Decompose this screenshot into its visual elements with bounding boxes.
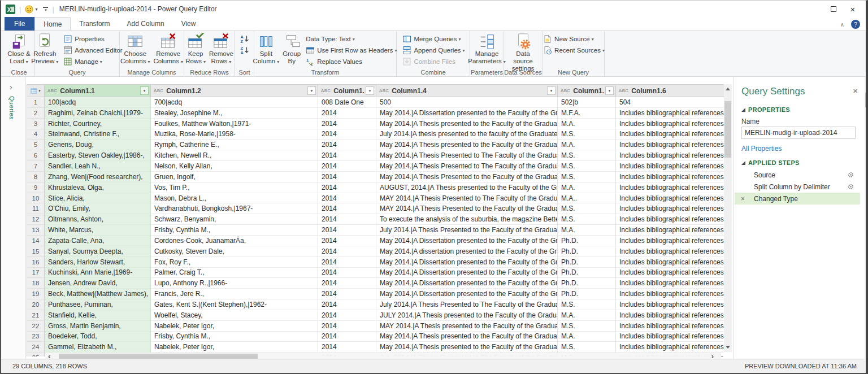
column-header[interactable]: ABCColumn1.4▾ (376, 85, 558, 97)
table-cell[interactable]: Raghimi, Zeinab Chaichi,|1979- (45, 108, 151, 119)
table-cell[interactable]: Vos, Tim P., (151, 182, 318, 193)
vertical-scroll-thumb[interactable] (724, 101, 731, 158)
row-number[interactable]: 8 (27, 172, 45, 182)
table-cell[interactable]: May 2014.|A Dissertation presented to th… (376, 257, 558, 268)
row-number[interactable]: 15 (27, 246, 45, 257)
table-cell[interactable]: Nabelek, Peter Igor, (151, 321, 318, 332)
table-cell[interactable]: 2014 (318, 108, 376, 119)
table-cell[interactable]: Foulkes, Matthew Walton,|1971- (151, 119, 318, 129)
table-cell[interactable]: Includes bibliographical references (pag… (616, 214, 724, 225)
table-cell[interactable]: Includes bibliographical references (pag… (616, 257, 724, 268)
row-number[interactable]: 19 (27, 289, 45, 299)
row-number[interactable]: 12 (27, 214, 45, 225)
table-cell[interactable]: Ph.D. (558, 257, 616, 268)
row-number[interactable]: 24 (27, 342, 45, 353)
table-cell[interactable]: Oltmanns, Ashton, (45, 214, 151, 225)
table-cell[interactable]: Jensen, Andrew David, (45, 278, 151, 289)
table-cell[interactable]: Frisby, Cynthia M., (151, 332, 318, 342)
table-cell[interactable]: Lupo, Anthony R.,|1966- (151, 278, 318, 289)
table-cell[interactable]: Woelfel, Stacey, (151, 310, 318, 321)
table-cell[interactable]: 2014 (318, 182, 376, 193)
filter-icon[interactable]: ▾ (366, 86, 374, 95)
table-cell[interactable]: 2014 (318, 150, 376, 161)
table-cell[interactable]: Ph.D. (558, 289, 616, 299)
table-cell[interactable]: 504 (616, 97, 724, 108)
table-cell[interactable]: May 2014.|A Dissertation presented to th… (376, 236, 558, 246)
table-cell[interactable]: AUGUST, 2014.|A Thesis presented to the … (376, 182, 558, 193)
table-cell[interactable]: M.A. (558, 332, 616, 342)
table-cell[interactable]: Ph.D. (558, 246, 616, 257)
table-cell[interactable]: 2014 (318, 172, 376, 182)
table-cell[interactable]: Gross, Martin Benjamin, (45, 321, 151, 332)
table-cell[interactable]: Zhang, Wen|(Food researcher), (45, 172, 151, 182)
table-cell[interactable]: 502|b (558, 97, 616, 108)
table-cell[interactable]: July 2014.|A Thesis Presented to The Fac… (376, 299, 558, 310)
split-column-button[interactable]: Split Column▾ (251, 32, 281, 66)
table-cell[interactable]: Beck, Matthew|(Matthew James), (45, 289, 151, 299)
applied-steps-section-header[interactable]: APPLIED STEPS (741, 159, 800, 166)
table-cell[interactable]: Includes bibliographical references (pag… (616, 342, 724, 353)
properties-button[interactable]: Properties (61, 33, 124, 45)
applied-step[interactable]: Source (735, 169, 860, 181)
step-settings-icon[interactable] (847, 171, 854, 179)
table-cell[interactable]: M.A. (558, 225, 616, 236)
table-cell[interactable]: 2014 (318, 225, 376, 236)
column-header[interactable]: ABCColumn1.2▾ (151, 85, 318, 97)
table-cell[interactable]: Includes bibliographical references (pag… (616, 182, 724, 193)
table-cell[interactable]: 500 (376, 97, 558, 108)
table-cell[interactable]: Includes bibliographical references (pag… (616, 268, 724, 279)
table-cell[interactable]: Ph.D. (558, 278, 616, 289)
table-cell[interactable]: Stanfield, Kellie, (45, 310, 151, 321)
table-cell[interactable]: M.S. (558, 172, 616, 182)
close-panel-icon[interactable]: × (853, 86, 858, 95)
properties-section-header[interactable]: PROPERTIES (741, 106, 790, 113)
table-cell[interactable]: MAY 2014.|A Thesis Presented to The Facu… (376, 193, 558, 204)
table-cell[interactable]: Includes bibliographical references (pag… (616, 278, 724, 289)
table-cell[interactable]: Genens, Doug, (45, 140, 151, 150)
remove-columns-button[interactable]: Remove Columns▾ (152, 32, 185, 66)
filter-icon[interactable]: ▾ (547, 86, 555, 95)
tab-add-column[interactable]: Add Column (119, 17, 173, 31)
row-number[interactable]: 25 (27, 353, 45, 356)
smiley-dropdown-caret-icon[interactable]: ▾ (35, 7, 37, 12)
row-number[interactable]: 1 (27, 97, 45, 108)
table-cell[interactable]: Includes bibliographical references (pag… (616, 299, 724, 310)
table-cell[interactable]: 2014 (318, 278, 376, 289)
sort-descending-button[interactable] (238, 45, 251, 55)
row-number[interactable]: 13 (27, 225, 45, 236)
table-cell[interactable]: Zapata-Calle, Ana, (45, 236, 151, 246)
table-cell[interactable]: Gammel, Elizabeth M., (45, 342, 151, 353)
table-cell[interactable]: Mason, Debra L., (151, 193, 318, 204)
table-cell[interactable]: M.S. (558, 321, 616, 332)
merge-queries-button[interactable]: Merge Queries▾ (400, 33, 467, 45)
table-cell[interactable]: 2014 (318, 236, 376, 246)
table-cell[interactable]: M.A. (558, 119, 616, 129)
select-all-corner[interactable]: ▾ (27, 85, 45, 97)
table-cell[interactable]: M.S. (558, 299, 616, 310)
row-number[interactable]: 20 (27, 299, 45, 310)
manage-parameters-button[interactable]: Manage Parameters▾ (468, 32, 506, 66)
remove-rows-button[interactable]: Remove Rows▾ (207, 32, 235, 66)
table-cell[interactable]: 2014 (318, 342, 376, 353)
table-cell[interactable]: Frisby, Cynthia M., (151, 225, 318, 236)
table-cell[interactable]: M.S. (558, 161, 616, 172)
table-cell[interactable]: M.A. (558, 140, 616, 150)
table-cell[interactable]: M.A. (558, 182, 616, 193)
table-cell[interactable]: 2014 (318, 203, 376, 214)
panel-scroll-thumb[interactable] (865, 93, 868, 107)
column-header[interactable]: ABCColumn1.6 (616, 85, 724, 97)
table-cell[interactable]: M.S. (558, 203, 616, 214)
scroll-down-icon[interactable] (726, 346, 730, 349)
row-number[interactable]: 21 (27, 310, 45, 321)
table-cell[interactable]: Includes bibliographical references (pag… (616, 203, 724, 214)
table-cell[interactable]: May 2014.|A dissertation presented to th… (376, 246, 558, 257)
table-cell[interactable]: JULY 2014.|A Thesis presented to the Fac… (376, 310, 558, 321)
table-cell[interactable]: Includes bibliographical references (pag… (616, 140, 724, 150)
table-cell[interactable]: M.A.. (558, 193, 616, 204)
row-number[interactable]: 7 (27, 161, 45, 172)
table-cell[interactable]: Sanders, Harlow Stewart, (45, 257, 151, 268)
table-cell[interactable]: Stealey, Josephine M., (151, 108, 318, 119)
all-properties-link[interactable]: All Properties (741, 145, 782, 153)
table-cell[interactable]: 2014 (318, 268, 376, 279)
scroll-up-icon[interactable] (726, 88, 730, 90)
